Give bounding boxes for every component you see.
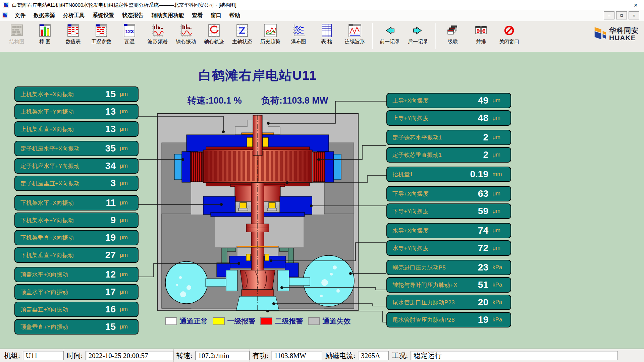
- meter-label: 上导+X向摆度: [392, 97, 464, 105]
- toolbar-button-bar-graph[interactable]: 棒 图: [31, 23, 59, 45]
- toolbar-button-label: 后一记录: [408, 39, 428, 45]
- right-panel-group-5: 蜗壳进口压力脉动P523kPa转轮与导叶间压力脉动+X51kPa尾水管进口压力脉…: [386, 260, 511, 327]
- history-trend-icon: [263, 23, 278, 38]
- toolbar-button-waterfall[interactable]: 瀑布图: [284, 23, 313, 45]
- close-child-button[interactable]: ×: [629, 11, 639, 19]
- meter-unit: μm: [488, 152, 508, 158]
- meter-value: 0.19: [464, 169, 488, 180]
- toolbar-items: 结构图棒 图数值表工况参数123瓦温波形频谱铁心振动轴心轨迹主轴状态历史趋势瀑布…: [3, 23, 523, 49]
- meter-panel: 蜗壳进口压力脉动P523kPa: [386, 260, 511, 275]
- toolbar-button-tile-side[interactable]: 并排: [467, 23, 495, 45]
- meter-value: 2: [464, 149, 488, 160]
- menu-item-0[interactable]: 文件: [11, 12, 30, 18]
- legend-swatch: [213, 317, 225, 325]
- legend-swatch: [165, 317, 177, 325]
- meter-panel: 定子机座水平+X向振动35μm: [14, 141, 139, 156]
- meter-unit: μm: [116, 323, 135, 330]
- meter-value: 2: [464, 132, 488, 143]
- meter-value: 23: [464, 262, 488, 273]
- status-label: 机组:: [1, 351, 23, 360]
- meter-label: 上机架水平+X向振动: [20, 90, 91, 98]
- status-label: 励磁电流:: [322, 351, 358, 360]
- unit-metrics: 转速:100.1 % 负荷:1103.8 MW: [150, 95, 365, 107]
- left-meter-column: 上机架水平+X向振动15μm上机架水平+Y向振动13μm上机架垂直+X向振动13…: [14, 86, 139, 339]
- menu-item-3[interactable]: 系统设置: [89, 12, 118, 18]
- title-bar: 白鹤滩右岸电站#11机组TN8000水轮发电机组稳定性监测分析系统———北京华科…: [0, 0, 644, 10]
- toolbar-button-axis-orbit[interactable]: 轴心轨迹: [200, 23, 228, 45]
- status-value: 107.2r/min: [195, 351, 250, 360]
- minimize-button[interactable]: –: [604, 11, 614, 19]
- channel-status-legend: 通道正常一级报警二级报警通道失效: [157, 316, 359, 326]
- toolbar-button-core-vibration[interactable]: 铁心振动: [172, 23, 200, 45]
- meter-unit: μm: [116, 234, 135, 241]
- meter-value: 13: [91, 106, 116, 117]
- menu-bar: 文件数据来源分析工具系统设置状态报告辅助实用功能查看窗口帮助 –⧉×: [0, 10, 644, 21]
- meter-label: 顶盖水平+Y向振动: [20, 288, 91, 296]
- toolbar-button-pad-temperature[interactable]: 123瓦温: [115, 23, 144, 45]
- continuous-wave-icon: [347, 23, 363, 38]
- toolbar-button-cascade[interactable]: 级联: [439, 23, 467, 45]
- meter-panel: 定子铁芯水平振动12μm: [386, 130, 511, 145]
- meter-unit: μm: [116, 163, 135, 169]
- menu-item-8[interactable]: 帮助: [225, 12, 244, 18]
- waterfall-icon: [291, 23, 306, 38]
- meter-panel: 顶盖水平+Y向振动17μm: [14, 284, 139, 300]
- right-panel-group-1: 定子铁芯水平振动12μm定子铁芯垂直振动12μm: [386, 130, 511, 163]
- menu-item-7[interactable]: 窗口: [207, 12, 225, 18]
- meter-unit: μm: [116, 180, 135, 187]
- restore-button[interactable]: ⧉: [616, 11, 627, 19]
- meter-panel: 顶盖水平+X向振动12μm: [14, 267, 139, 282]
- toolbar-button-label: 前一记录: [380, 39, 400, 45]
- meter-label: 下机架垂直+X向振动: [20, 234, 91, 242]
- menu-item-6[interactable]: 查看: [188, 12, 207, 18]
- toolbar-button-label: 工况参数: [91, 39, 111, 45]
- turbine-cross-section-diagram: [157, 113, 359, 311]
- toolbar-button-shaft-status[interactable]: 主轴状态: [228, 23, 256, 45]
- left-panel-group-0: 上机架水平+X向振动15μm上机架水平+Y向振动13μm上机架垂直+X向振动13…: [14, 86, 139, 137]
- toolbar-button-label: 历史趋势: [260, 39, 280, 45]
- meter-value: 15: [91, 321, 116, 332]
- meter-value: 51: [464, 280, 488, 290]
- menu-item-1[interactable]: 数据来源: [30, 12, 59, 18]
- meter-panel: 下机架水平+X向振动11μm: [14, 195, 139, 210]
- left-panel-group-2: 下机架水平+X向振动11μm下机架水平+Y向振动9μm下机架垂直+X向振动19μ…: [14, 195, 139, 263]
- toolbar-button-prev-record[interactable]: 前一记录: [376, 23, 404, 45]
- toolbar-button-label: 级联: [448, 39, 458, 45]
- toolbar-button-condition-params[interactable]: 工况参数: [87, 23, 115, 45]
- meter-unit: mm: [488, 171, 508, 178]
- legend-label: 二级报警: [275, 316, 303, 326]
- meter-label: 转轮与导叶间压力脉动+X: [392, 281, 464, 289]
- speed-readout: 转速:100.1 %: [187, 95, 242, 107]
- meter-value: 35: [91, 143, 116, 154]
- pad-temperature-icon: 123: [122, 23, 137, 38]
- right-panel-group-3: 下导+X向摆度63μm下导+Y向摆度59μm: [386, 186, 511, 219]
- toolbar-button-label: 瀑布图: [291, 39, 306, 45]
- window-close-button[interactable]: ×: [630, 1, 641, 9]
- toolbar-button-continuous-wave[interactable]: 连续波形: [341, 23, 369, 45]
- menu-item-2[interactable]: 分析工具: [59, 12, 89, 18]
- meter-label: 顶盖垂直+X向振动: [20, 306, 91, 313]
- legend-item-0: 通道正常: [165, 316, 208, 326]
- toolbar-button-next-record[interactable]: 后一记录: [404, 23, 432, 45]
- meter-value: 19: [91, 232, 116, 243]
- toolbar-button-wave-spectrum[interactable]: 波形频谱: [144, 23, 172, 45]
- right-panel-group-2: 抬机量10.19mm: [386, 167, 511, 182]
- status-value: 1103.8MW: [271, 351, 322, 360]
- toolbar-button-history-trend[interactable]: 历史趋势: [256, 23, 284, 45]
- meter-unit: μm: [116, 252, 135, 258]
- menu-item-4[interactable]: 状态报告: [118, 12, 148, 18]
- menu-item-5[interactable]: 辅助实用功能: [148, 12, 188, 18]
- meter-panel: 顶盖垂直+X向振动16μm: [14, 302, 139, 317]
- toolbar-button-structure-diagram[interactable]: 结构图: [3, 23, 31, 45]
- status-label: 工况:: [389, 351, 411, 360]
- child-window-icon: [2, 12, 9, 19]
- toolbar-button-data-table[interactable]: 表 格: [313, 23, 341, 45]
- meter-value: 11: [91, 197, 116, 208]
- meter-label: 定子机座垂直+X向振动: [20, 180, 91, 187]
- toolbar-button-numeric-table[interactable]: 数值表: [59, 23, 87, 45]
- meter-panel: 转轮与导叶间压力脉动+X51kPa: [386, 277, 511, 293]
- toolbar-button-label: 并排: [476, 39, 486, 45]
- toolbar-button-close-window[interactable]: 关闭窗口: [495, 23, 523, 45]
- meter-unit: μm: [116, 289, 135, 295]
- meter-value: 63: [464, 188, 488, 199]
